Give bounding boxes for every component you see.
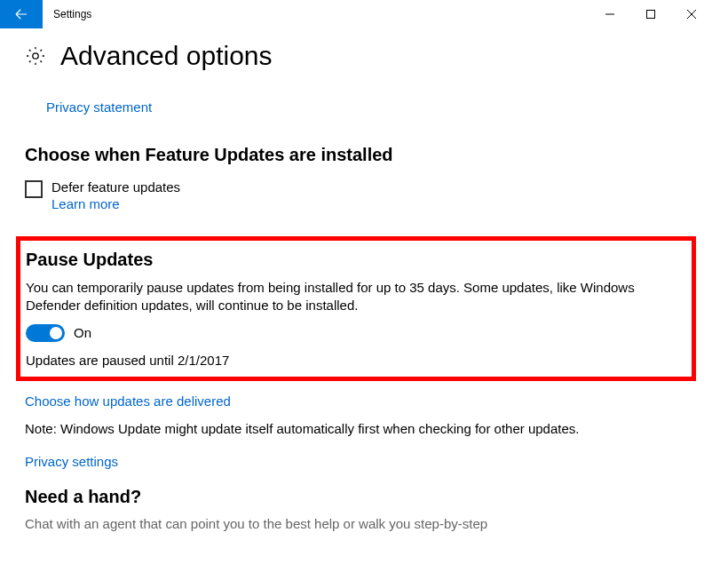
choose-delivery-link[interactable]: Choose how updates are delivered bbox=[25, 393, 231, 409]
chat-agent-text: Chat with an agent that can point you to… bbox=[25, 516, 687, 531]
feature-updates-heading: Choose when Feature Updates are installe… bbox=[25, 145, 687, 165]
window-controls bbox=[589, 0, 712, 28]
maximize-icon bbox=[646, 10, 655, 19]
back-button[interactable] bbox=[0, 0, 43, 28]
pause-status-text: Updates are paused until 2/1/2017 bbox=[26, 353, 683, 368]
defer-feature-updates-checkbox[interactable] bbox=[25, 180, 43, 198]
toggle-knob bbox=[50, 327, 62, 339]
pause-updates-toggle[interactable] bbox=[26, 324, 65, 342]
defer-checkbox-label: Defer feature updates bbox=[51, 179, 180, 195]
page-header: Advanced options bbox=[25, 41, 687, 71]
minimize-button[interactable] bbox=[589, 0, 630, 28]
pause-updates-highlight: Pause Updates You can temporarily pause … bbox=[16, 236, 696, 381]
defer-checkbox-row: Defer feature updates Learn more bbox=[25, 179, 687, 211]
content-area: Advanced options Privacy statement Choos… bbox=[0, 28, 712, 588]
page-title: Advanced options bbox=[60, 41, 273, 71]
arrow-left-icon bbox=[13, 6, 29, 22]
privacy-statement-link[interactable]: Privacy statement bbox=[46, 99, 152, 115]
update-note: Note: Windows Update might update itself… bbox=[25, 421, 687, 436]
learn-more-link[interactable]: Learn more bbox=[51, 196, 180, 211]
gear-icon bbox=[25, 45, 46, 67]
need-hand-heading: Need a hand? bbox=[25, 487, 687, 507]
minimize-icon bbox=[605, 10, 614, 19]
pause-updates-heading: Pause Updates bbox=[26, 250, 683, 270]
maximize-button[interactable] bbox=[630, 0, 671, 28]
svg-point-1 bbox=[33, 53, 38, 59]
pause-toggle-label: On bbox=[74, 325, 91, 340]
pause-toggle-row: On bbox=[26, 324, 683, 342]
close-icon bbox=[687, 10, 696, 19]
titlebar: Settings bbox=[0, 0, 712, 28]
pause-updates-description: You can temporarily pause updates from b… bbox=[26, 279, 683, 315]
close-button[interactable] bbox=[671, 0, 712, 28]
window-title: Settings bbox=[43, 0, 91, 28]
privacy-settings-link[interactable]: Privacy settings bbox=[25, 454, 118, 469]
svg-rect-0 bbox=[647, 11, 655, 19]
